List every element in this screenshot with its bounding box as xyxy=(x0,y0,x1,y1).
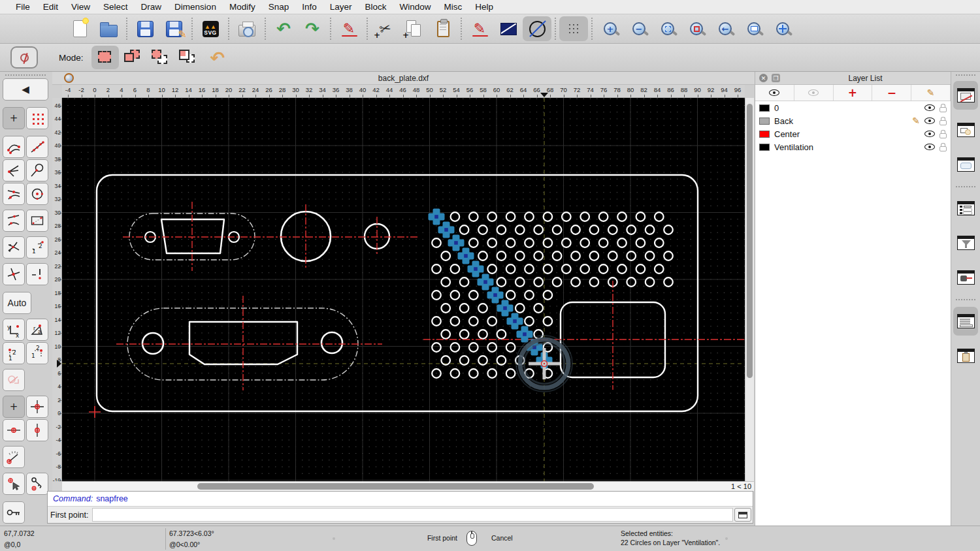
dock-block-list-button[interactable] xyxy=(953,116,978,144)
menu-item-edit[interactable]: Edit xyxy=(37,2,65,12)
edit-layer-button[interactable]: ✎ xyxy=(911,85,951,101)
copy-button[interactable]: + xyxy=(400,16,429,41)
coordinate-xy-button[interactable]: yx xyxy=(3,319,25,341)
vertical-scrollbar-thumb[interactable] xyxy=(747,104,753,378)
snap-back-button[interactable]: ◀ xyxy=(3,78,48,101)
delete-button[interactable]: ✎ xyxy=(335,16,363,41)
grid-toggle-button[interactable] xyxy=(559,16,588,41)
zoom-previous-button[interactable]: ← xyxy=(711,16,740,41)
menu-item-layer[interactable]: Layer xyxy=(323,2,359,12)
menu-item-misc[interactable]: Misc xyxy=(438,2,469,12)
menu-item-view[interactable]: View xyxy=(65,2,97,12)
menu-item-snap[interactable]: Snap xyxy=(262,2,296,12)
new-file-button[interactable] xyxy=(65,16,94,41)
restrict-both-button[interactable] xyxy=(26,396,48,418)
menu-item-block[interactable]: Block xyxy=(359,2,393,12)
mode-intersect-button[interactable] xyxy=(174,46,201,69)
layer-visibility-icon[interactable] xyxy=(924,144,935,150)
save-as-button[interactable]: ✎ xyxy=(159,16,188,41)
snap-free-button[interactable]: + xyxy=(3,107,25,129)
layer-lock-icon[interactable] xyxy=(939,133,947,138)
save-button[interactable] xyxy=(131,16,159,41)
close-panel-icon[interactable]: ✕ xyxy=(759,74,768,82)
lock-relative-zero-button[interactable] xyxy=(26,473,48,495)
document-tab[interactable]: back_plate.dxf xyxy=(52,72,755,85)
line-tool-button[interactable] xyxy=(494,16,523,41)
menu-item-window[interactable]: Window xyxy=(393,2,438,12)
zoom-window-button[interactable] xyxy=(740,16,768,41)
zoom-auto-button[interactable] xyxy=(653,16,682,41)
layer-lock-icon[interactable] xyxy=(939,120,947,125)
key-button[interactable] xyxy=(3,501,25,524)
menu-item-select[interactable]: Select xyxy=(97,2,135,12)
selection-tool-faded-button[interactable] xyxy=(3,369,25,391)
layer-visibility-icon[interactable] xyxy=(924,104,935,111)
show-all-layers-button[interactable] xyxy=(755,85,794,101)
toolbar-grip[interactable] xyxy=(5,74,46,76)
snap-intersection-button[interactable] xyxy=(3,236,25,259)
set-relative-zero-button[interactable] xyxy=(3,473,25,495)
paste-button[interactable] xyxy=(429,16,457,41)
restrict-nothing-button[interactable]: + xyxy=(3,396,25,418)
mode-subtract-button[interactable] xyxy=(146,46,174,69)
menu-item-help[interactable]: Help xyxy=(468,2,500,12)
zoom-out-button[interactable]: − xyxy=(625,16,653,41)
layer-visibility-icon[interactable] xyxy=(924,131,935,137)
menu-item-info[interactable]: Info xyxy=(295,2,323,12)
snap-perpendicular-button[interactable] xyxy=(3,159,25,181)
float-panel-icon[interactable]: ❐ xyxy=(772,74,780,82)
snap-exclude-button[interactable] xyxy=(26,263,48,285)
command-input[interactable] xyxy=(92,508,733,522)
menu-item-modify[interactable]: Modify xyxy=(223,2,262,12)
toolbar-grip[interactable] xyxy=(956,74,975,76)
menu-item-file[interactable]: File xyxy=(9,2,37,12)
dock-clipboard-button[interactable] xyxy=(953,341,978,370)
menu-item-dimension[interactable]: Dimension xyxy=(168,2,223,12)
horizontal-scrollbar-thumb[interactable] xyxy=(197,483,594,490)
undo-button[interactable]: ↶ xyxy=(269,16,298,41)
snap-grid-box-button[interactable] xyxy=(26,210,48,232)
layer-lock-icon[interactable] xyxy=(939,107,947,112)
restrict-vertical-button[interactable] xyxy=(26,419,48,441)
snap-endpoints-button[interactable] xyxy=(3,136,25,158)
dock-layer-list-button[interactable] xyxy=(953,81,978,110)
dock-command-line-button[interactable] xyxy=(953,307,978,336)
drawing-canvas[interactable] xyxy=(62,98,745,481)
snap-middle-button[interactable] xyxy=(3,183,25,205)
command-options-button[interactable] xyxy=(734,508,751,522)
zoom-pan-button[interactable] xyxy=(768,16,797,41)
redo-button[interactable]: ↷ xyxy=(298,16,327,41)
revert-selection-icon[interactable]: ↶ xyxy=(210,48,225,68)
mode-replace-button[interactable] xyxy=(91,46,119,69)
layer-visibility-icon[interactable] xyxy=(924,118,935,124)
open-file-button[interactable] xyxy=(94,16,123,41)
vertical-scrollbar[interactable] xyxy=(745,98,754,481)
add-layer-button[interactable]: + xyxy=(834,85,873,101)
layer-color-swatch[interactable] xyxy=(759,104,770,112)
layer-color-swatch[interactable] xyxy=(759,131,770,138)
dock-pen-settings-button[interactable] xyxy=(953,263,978,292)
layer-row[interactable]: Ventilation xyxy=(755,140,951,153)
zoom-in-button[interactable]: + xyxy=(596,16,625,41)
hide-all-layers-button[interactable] xyxy=(794,85,834,101)
mode-add-button[interactable] xyxy=(119,46,146,69)
print-preview-button[interactable] xyxy=(233,16,261,41)
snap-intersection-manual-button[interactable] xyxy=(3,263,25,285)
snap-on-entity-button[interactable] xyxy=(26,136,48,158)
restrict-horizontal-button[interactable] xyxy=(3,419,25,441)
snap-tangent-button[interactable] xyxy=(26,159,48,181)
layer-lock-icon[interactable] xyxy=(939,146,947,151)
dock-library-browser-button[interactable] xyxy=(953,150,978,179)
circle-tool-button[interactable] xyxy=(523,16,551,41)
cut-button[interactable]: ✂+ xyxy=(371,16,400,41)
layer-row[interactable]: Back✎ xyxy=(755,114,951,127)
remove-layer-button[interactable]: − xyxy=(872,85,911,101)
points-21-button[interactable]: 21 xyxy=(26,342,48,364)
selection-order-button[interactable] xyxy=(10,46,38,69)
snap-restrict-12-button[interactable]: 21 xyxy=(26,236,48,259)
draw-pencil-button[interactable]: ✎ xyxy=(465,16,494,41)
menu-item-draw[interactable]: Draw xyxy=(135,2,169,12)
layer-row[interactable]: Center xyxy=(755,127,951,140)
snap-distance-button[interactable] xyxy=(3,210,25,232)
coordinate-polar-button[interactable]: ra xyxy=(26,319,48,341)
